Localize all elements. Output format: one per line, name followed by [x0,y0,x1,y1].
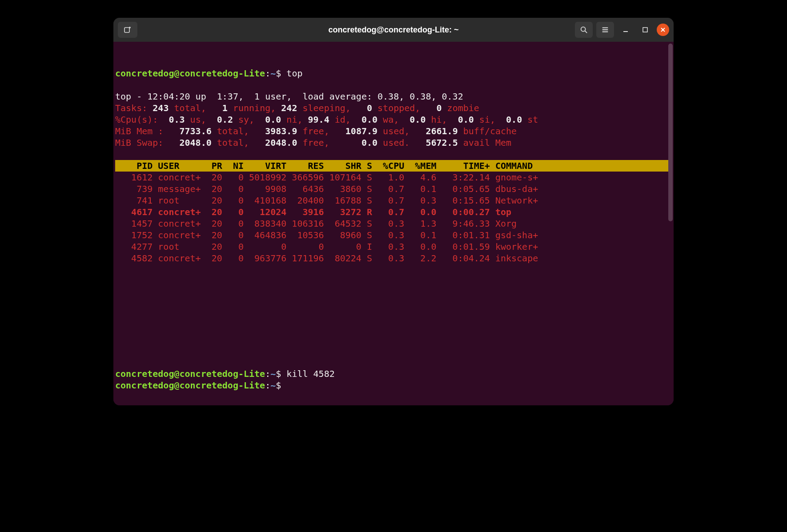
mem-buff-l: buff/cache [458,126,517,136]
cpu-st: 0.0 [506,114,522,125]
cpu-id-l: id, [329,114,361,125]
mem-label: MiB Mem : [115,126,180,136]
process-row: 4582 concret+ 20 0 963776 171196 80224 S… [115,253,538,264]
prompt-cwd: ~ [270,380,276,391]
cpu-hi: 0.0 [410,114,426,125]
cpu-wa: 0.0 [361,114,377,125]
process-row: 739 message+ 20 0 9908 6436 3860 S 0.7 0… [115,184,538,194]
mem-free: 3983.9 [265,126,297,136]
terminal-body[interactable]: concretedog@concretedog-Lite:~$ top top … [113,42,674,405]
process-row: 741 root 20 0 410168 20400 16788 S 0.7 0… [115,195,538,206]
prompt-sep: : [265,380,270,391]
cmd-top: top [286,68,302,79]
top-cpu-line: %Cpu(s): 0.3 us, 0.2 sy, 0.0 ni, 99.4 id… [115,114,538,125]
search-button[interactable] [575,22,593,38]
prompt-dollar: $ [276,368,286,379]
process-list: 1612 concret+ 20 0 5018992 366596 107164… [115,172,538,264]
new-tab-button[interactable] [118,22,137,38]
cpu-sy-l: sy, [233,114,265,125]
menu-button[interactable] [596,22,614,38]
tasks-zombie: 0 [437,103,442,113]
mem-used-l: used, [377,126,426,136]
prompt-line-2: concretedog@concretedog-Lite:~$ kill 458… [115,368,335,379]
tasks-stopped-l: stopped, [372,103,437,113]
prompt-line-3: concretedog@concretedog-Lite:~$ [115,380,286,391]
swap-total: 2048.0 [180,137,212,148]
top-column-header: PID USER PR NI VIRT RES SHR S %CPU %MEM … [115,160,672,172]
prompt-cwd: ~ [270,368,276,379]
top-mem-line: MiB Mem : 7733.6 total, 3983.9 free, 108… [115,126,517,136]
tasks-sleeping: 242 [281,103,297,113]
prompt-dollar: $ [276,68,286,79]
swap-free: 2048.0 [265,137,297,148]
cpu-si-l: si, [474,114,506,125]
maximize-icon [642,27,648,32]
prompt-sep: : [265,68,270,79]
svg-rect-7 [643,28,647,32]
scrollbar[interactable] [668,44,673,221]
cpu-id: 99.4 [308,114,329,125]
prompt-dollar: $ [276,380,286,391]
process-row: 4617 concret+ 20 0 12024 3916 3272 R 0.7… [115,207,511,217]
minimize-icon [622,27,629,33]
top-summary-line: top - 12:04:20 up 1:37, 1 user, load ave… [115,91,463,102]
cpu-ni: 0.0 [265,114,281,125]
maximize-button[interactable] [637,22,653,38]
minimize-button[interactable] [618,22,634,38]
cpu-si: 0.0 [458,114,474,125]
cpu-sy: 0.2 [217,114,233,125]
tasks-label: Tasks: [115,103,153,113]
tasks-total-l: total, [169,103,222,113]
tasks-zombie-l: zombie [442,103,479,113]
tasks-stopped: 0 [367,103,372,113]
mem-buff: 2661.9 [426,126,458,136]
cpu-label: %Cpu(s): [115,114,169,125]
cpu-us-l: us, [185,114,217,125]
search-icon [580,26,588,34]
top-swap-line: MiB Swap: 2048.0 total, 2048.0 free, 0.0… [115,137,511,148]
svg-rect-0 [124,28,129,32]
swap-used: 0.0 [361,137,377,148]
mem-total-l: total, [212,126,265,136]
swap-avail: 5672.5 [426,137,458,148]
process-row: 1752 concret+ 20 0 464836 10536 8960 S 0… [115,230,538,240]
swap-used-l: used. [377,137,426,148]
cpu-ni-l: ni, [281,114,308,125]
cpu-st-l: st [522,114,538,125]
close-button[interactable] [657,24,669,36]
mem-free-l: free, [297,126,345,136]
prompt-user-host: concretedog@concretedog-Lite [115,68,265,79]
swap-avail-l: avail Mem [458,137,511,148]
terminal-window: concretedog@concretedog-Lite: ~ concrete… [113,18,674,405]
cmd-kill: kill 4582 [286,368,334,379]
process-row: 1457 concret+ 20 0 838340 106316 64532 S… [115,218,517,229]
tasks-running-l: running, [228,103,281,113]
prompt-user-host: concretedog@concretedog-Lite [115,380,265,391]
cpu-hi-l: hi, [426,114,458,125]
swap-label: MiB Swap: [115,137,180,148]
mem-total: 7733.6 [180,126,212,136]
cpu-us: 0.3 [169,114,185,125]
swap-total-l: total, [212,137,265,148]
prompt-sep: : [265,368,270,379]
cpu-wa-l: wa, [377,114,410,125]
svg-line-2 [585,31,587,33]
prompt-line-1: concretedog@concretedog-Lite:~$ top [115,68,302,79]
top-tasks-line: Tasks: 243 total, 1 running, 242 sleepin… [115,103,479,113]
prompt-cwd: ~ [270,68,276,79]
process-row: 4277 root 20 0 0 0 0 I 0.3 0.0 0:01.59 k… [115,241,538,252]
swap-free-l: free, [297,137,361,148]
prompt-user-host: concretedog@concretedog-Lite [115,368,265,379]
mem-used: 1087.9 [345,126,377,136]
process-row: 1612 concret+ 20 0 5018992 366596 107164… [115,172,538,183]
hamburger-icon [601,26,609,34]
tasks-total: 243 [153,103,169,113]
tasks-running: 1 [222,103,228,113]
tasks-sleeping-l: sleeping, [297,103,367,113]
close-icon [660,27,666,32]
svg-point-1 [581,27,586,32]
new-tab-icon [123,25,132,34]
titlebar: concretedog@concretedog-Lite: ~ [113,18,674,42]
